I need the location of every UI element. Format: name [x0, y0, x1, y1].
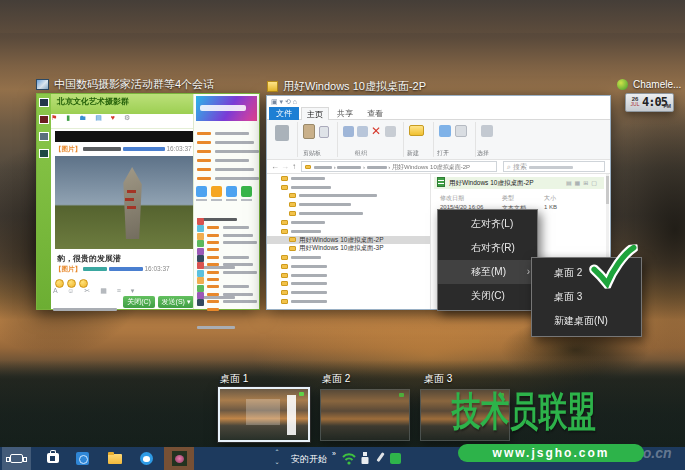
menu-item-move-to[interactable]: 移至(M) › [438, 260, 537, 284]
qq-app-label [211, 199, 222, 201]
clock-date: 26 JUL [629, 96, 641, 107]
qq-announcement-row [197, 151, 249, 159]
qq-app-label [196, 199, 207, 201]
submenu-item-desktop-3[interactable]: 桌面 3 [532, 285, 641, 309]
tree-row [267, 227, 430, 236]
delete-icon: ✕ [371, 124, 381, 138]
folder-icon [281, 220, 288, 225]
menu-item-close[interactable]: 关闭(C) [438, 284, 537, 308]
qq-app-icon [211, 186, 222, 197]
tree-row [267, 262, 430, 271]
tree-row [267, 218, 430, 227]
qq-member-row [197, 299, 259, 307]
file-explorer-icon [108, 454, 122, 464]
watermark-brand: 技术员联盟 [452, 384, 596, 439]
explorer-thumbnail-title: 用好Windows 10虚拟桌面-2P [267, 79, 426, 94]
photo-icon [172, 451, 187, 466]
menu-item-snap-right[interactable]: 右对齐(R) [438, 236, 537, 260]
store-button[interactable] [40, 447, 66, 470]
file-explorer-button[interactable] [102, 447, 128, 470]
qq-message-link: 【图片】 16:03:37 [55, 145, 192, 154]
usb-tray-icon[interactable] [360, 452, 370, 465]
qq-send-button: 发送(S) ▾ [158, 296, 194, 308]
tray-up-arrow[interactable]: ⌃ [272, 450, 282, 455]
tree-row: 用好Windows 10虚拟桌面-3P [267, 244, 430, 253]
folder-icon [289, 202, 296, 207]
desktop-2-label: 桌面 2 [322, 372, 350, 386]
chameleon-thumbnail-title: Chamele... [617, 79, 681, 90]
chameleon-clock-thumbnail[interactable]: 26 JUL 4:05 PM [625, 93, 674, 112]
folder-icon [281, 185, 288, 190]
task-view-button[interactable] [2, 447, 31, 470]
explorer-quick-access-toolbar: ▣ ▾ ⟲ ⌂ [271, 98, 297, 106]
qq-browser-button[interactable] [134, 447, 160, 470]
qq-announcement-row [197, 142, 259, 150]
tab-share: 共享 [331, 107, 359, 120]
tray-overflow-chevron[interactable]: » [332, 450, 336, 457]
folder-icon [281, 290, 288, 295]
context-menu: 左对齐(L) 右对齐(R) 移至(M) › 关闭(C) [437, 209, 538, 311]
folder-icon [281, 281, 288, 286]
qq-announcement-row [197, 169, 259, 177]
explorer-ribbon-tabs: 文件 主页 共享 查看 [267, 107, 610, 120]
chameleon-app-icon [617, 79, 628, 90]
browser-button[interactable] [70, 447, 96, 470]
tree-row [267, 288, 430, 297]
folder-label: 用好Windows 10虚拟桌面-2P [299, 236, 384, 243]
desktop-1-thumbnail[interactable] [218, 387, 310, 442]
qq-announcement-row [197, 133, 254, 141]
store-icon [47, 453, 59, 463]
tree-row [267, 209, 430, 218]
folder-icon [289, 193, 296, 198]
search-box: ⌕ 搜索 [503, 161, 605, 172]
qq-announcement-row [197, 124, 249, 132]
photos-app-button[interactable] [164, 447, 194, 470]
folder-icon [281, 264, 288, 269]
tree-row [267, 253, 430, 262]
breadcrumb: › › › 用好Windows 10虚拟桌面-2P [301, 161, 497, 172]
qq-compose-toolbar: A ☺ ✂ ▦ ≡ ▾ [53, 287, 138, 295]
submenu-item-new-desktop[interactable]: 新建桌面(N) [532, 309, 641, 333]
tree-row: 用好Windows 10虚拟桌面-2P [267, 236, 430, 245]
folder-icon [281, 229, 288, 234]
tree-row [267, 271, 430, 280]
ime-status[interactable]: 安的开始 [291, 453, 327, 466]
qq-ad-banner [196, 96, 257, 121]
annotation-checkmark-icon [588, 244, 641, 289]
browser-icon [76, 452, 89, 465]
search-icon: ⌕ [507, 163, 511, 170]
tray-down-arrow[interactable]: ⌄ [272, 460, 282, 465]
explorer-window-icon [267, 81, 278, 92]
selected-file-row: 用好Windows 10虚拟桌面-2P ▤▦⊞▢ [434, 177, 604, 189]
folder-icon [281, 299, 288, 304]
desktop-2-thumbnail[interactable] [320, 389, 410, 441]
folder-icon [281, 273, 288, 278]
desktop-3-label: 桌面 3 [424, 372, 452, 386]
qq-browser-icon [140, 452, 153, 465]
qq-window-icon [36, 79, 49, 90]
qq-app-icon [226, 186, 237, 197]
new-folder-icon [409, 125, 424, 136]
folder-icon [281, 176, 288, 181]
clock-meridiem: PM [664, 103, 672, 109]
qq-close-chat-button: 关闭(C) [123, 296, 155, 308]
menu-item-snap-left[interactable]: 左对齐(L) [438, 212, 537, 236]
pen-tray-icon[interactable] [374, 452, 386, 465]
tree-row [267, 297, 430, 306]
folder-label: 用好Windows 10虚拟桌面-3P [299, 244, 384, 251]
tree-row [267, 183, 430, 192]
qq-app-label [241, 199, 252, 201]
qq-group-panel [193, 94, 259, 309]
qq-app-icon [196, 186, 207, 197]
tree-row [267, 200, 430, 209]
tree-row [267, 280, 430, 289]
qq-app-icon [241, 186, 252, 197]
tab-home: 主页 [301, 107, 329, 120]
qq-message-meta: 【图片】 16:03:37 [55, 265, 170, 274]
folder-icon [289, 246, 296, 251]
wifi-tray-icon[interactable] [342, 452, 356, 465]
text-file-icon [437, 177, 445, 187]
green-app-tray-icon[interactable] [390, 453, 401, 464]
qq-window-thumbnail[interactable]: 北京文化艺术摄影群 ⚑▮🖿▤♥⚙ ⌕ 【图片】 16:03:37 [36, 93, 260, 310]
desktop-1-label: 桌面 1 [220, 372, 248, 386]
